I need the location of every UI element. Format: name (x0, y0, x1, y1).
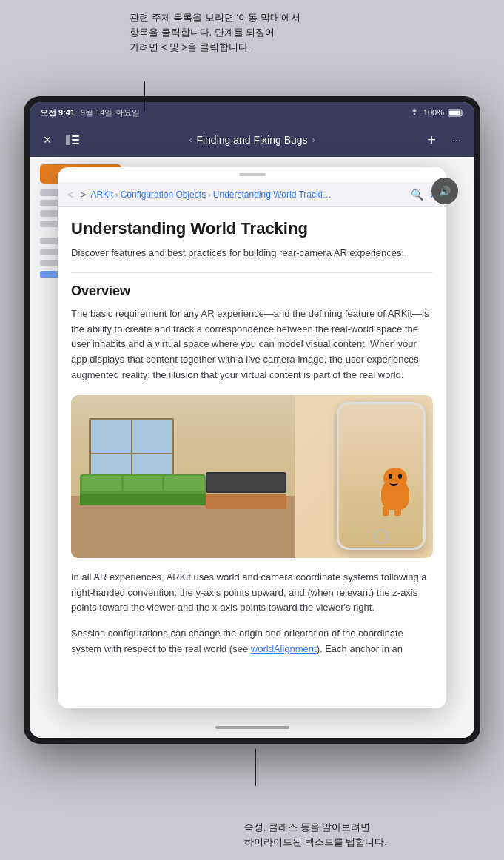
ipad-screen: 오전 9:41 9월 14일 화요일 100% (30, 102, 474, 738)
nav-sidebar-button[interactable] (62, 130, 83, 150)
nav-add-button[interactable]: + (421, 130, 442, 150)
ipad-status-bar: 오전 9:41 9월 14일 화요일 100% (30, 102, 474, 123)
body-text1: In all AR experiences, ARKit uses world … (71, 570, 433, 616)
article-subtitle: Discover features and best practices for… (71, 246, 433, 261)
divider1 (71, 272, 433, 273)
breadcrumb-sep2: › (208, 190, 211, 199)
article-title: Understanding World Tracking (71, 219, 433, 238)
nav-bar: × ‹ Finding and Fixing Bugs › (30, 123, 474, 157)
annotation-line-top (144, 81, 145, 111)
nav-title: Finding and Fixing Bugs (196, 134, 307, 146)
overview-text: The basic requirement for any AR experie… (71, 306, 433, 383)
callout-top: 관련 주제 목록을 보려면 '이동 막대'에서 항목을 클릭합니다. 단계를 되… (130, 10, 359, 55)
svg-rect-1 (449, 110, 461, 115)
sidebar-icon (66, 135, 79, 145)
breadcrumb-back-button[interactable]: < (65, 189, 75, 201)
article-content: Understanding World Tracking Discover fe… (58, 207, 446, 708)
nav-title-area: ‹ Finding and Fixing Bugs › (87, 134, 417, 146)
phone-mockup (337, 402, 426, 550)
annotation-line-bottom (255, 749, 256, 786)
ar-image (71, 395, 433, 558)
breadcrumb-sep1: › (115, 190, 118, 199)
breadcrumb-item1[interactable]: ARKit (90, 189, 113, 200)
nav-chevron-left: ‹ (189, 135, 192, 145)
status-date: 9월 14일 화요일 (81, 107, 139, 118)
breadcrumb-bar: < > ARKit › Configuration Objects › Unde… (58, 182, 446, 207)
svg-rect-4 (72, 139, 79, 141)
status-time: 오전 9:41 (40, 107, 75, 118)
battery-icon (448, 109, 464, 117)
svg-rect-2 (66, 135, 70, 145)
wifi-icon (409, 109, 420, 116)
ipad-frame: 오전 9:41 9월 14일 화요일 100% (24, 96, 480, 744)
popup-sheet: < > ARKit › Configuration Objects › Unde… (58, 167, 446, 708)
home-indicator (215, 726, 289, 729)
nav-chevron-right: › (312, 135, 315, 145)
section-overview-heading: Overview (71, 283, 433, 299)
breadcrumb-forward-button[interactable]: > (78, 189, 88, 201)
battery-level: 100% (423, 108, 444, 117)
nav-close-button[interactable]: × (37, 130, 58, 150)
body-text2: Session configurations can change the or… (71, 626, 433, 657)
world-alignment-link[interactable]: worldAlignment (251, 643, 317, 654)
breadcrumb-search-button[interactable]: 🔍 (411, 187, 423, 201)
nav-more-button[interactable]: ··· (446, 130, 467, 150)
breadcrumb-item2[interactable]: Configuration Objects (121, 189, 206, 200)
breadcrumb-item3[interactable]: Understanding World Tracking (213, 189, 332, 200)
svg-rect-3 (72, 135, 79, 137)
callout-bottom: 속성, 클래스 등을 알아보려면 하이라이트된 텍스트를 탭합니다. (244, 820, 459, 850)
audio-button[interactable]: 🔊 (431, 178, 458, 204)
svg-rect-5 (72, 143, 79, 144)
drag-handle (58, 167, 446, 182)
